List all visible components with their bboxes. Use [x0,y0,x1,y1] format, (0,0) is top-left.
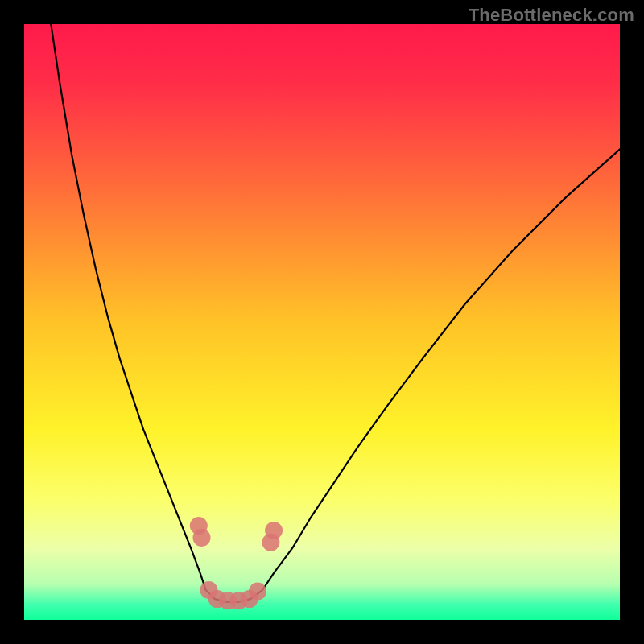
marker-dot [193,529,211,547]
chart-frame: TheBottleneck.com [0,0,644,644]
marker-dot [265,522,283,539]
chart-svg [24,24,620,620]
gradient-background [24,24,620,620]
marker-dot [249,582,266,600]
plot-area [24,24,620,620]
watermark-text: TheBottleneck.com [469,5,634,26]
